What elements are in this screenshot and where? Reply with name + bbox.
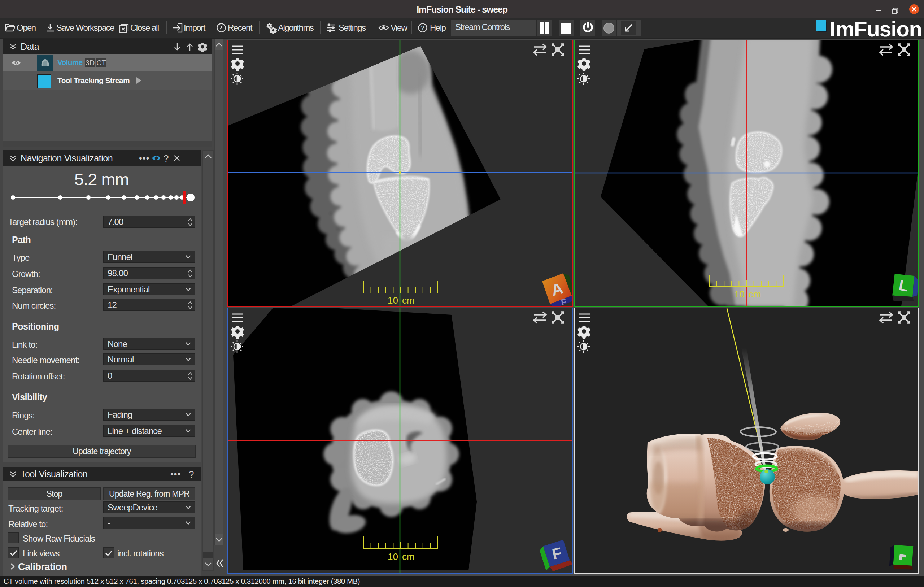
svg-text:10: 10: [388, 551, 398, 562]
svg-text:cm: cm: [402, 551, 415, 562]
svg-text:10: 10: [734, 289, 745, 299]
svg-text:cm: cm: [402, 295, 415, 306]
svg-text:cm: cm: [749, 289, 761, 299]
svg-text:10: 10: [388, 295, 398, 306]
svg-text:?: ?: [421, 25, 424, 31]
